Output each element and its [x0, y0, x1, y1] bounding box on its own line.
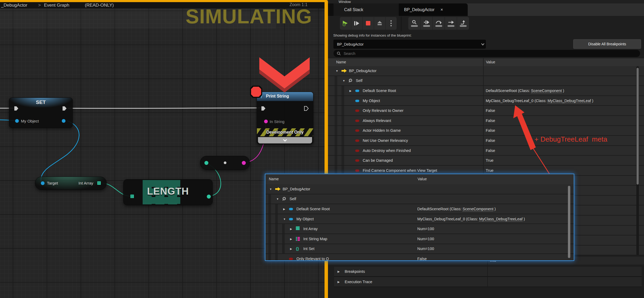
expander-icon[interactable]: ▶	[338, 280, 340, 284]
value-column-header[interactable]: Value	[486, 60, 495, 64]
indent-guide	[335, 106, 337, 115]
step-forward-button[interactable]	[351, 17, 362, 30]
tree-row[interactable]: My ObjectMyClass_DebugTreeLeaf_0 (Class:…	[328, 96, 644, 106]
tree-row[interactable]: Actor Hidden In GameFalse	[328, 126, 644, 136]
expander-icon[interactable]: ▶	[290, 237, 292, 240]
tree-row[interactable]: ▼Self	[328, 76, 644, 86]
class-link[interactable]: SceneComponent	[531, 89, 562, 93]
reroute-out-pin[interactable]	[242, 161, 246, 165]
step-up-button[interactable]	[457, 17, 469, 30]
property-name: Always Relevant	[363, 119, 391, 123]
property-value: Num=100	[417, 237, 434, 241]
scrollbar-track[interactable]	[636, 66, 639, 255]
indent-guide	[275, 204, 278, 214]
indent-guide	[268, 234, 271, 244]
my-object-out-pin[interactable]	[62, 119, 65, 123]
name-column-header[interactable]: Name	[336, 60, 346, 64]
expander-icon[interactable]: ▶	[290, 247, 292, 250]
tab-call-stack[interactable]: Call Stack	[334, 3, 408, 16]
more-options-button[interactable]	[385, 17, 397, 30]
expander-icon[interactable]: ▼	[336, 69, 338, 72]
tree-row[interactable]: Auto Destroy when FinishedFalse	[328, 146, 644, 156]
menu-item-window[interactable]: Window	[339, 0, 351, 3]
property-name: Actor Hidden In Game	[363, 128, 401, 133]
exec-in-pin[interactable]	[261, 106, 266, 111]
target-pin-label: Target	[47, 181, 58, 185]
scrollbar-thumb[interactable]	[637, 68, 639, 185]
print-string-node[interactable]: ƒ Print String In String Development Onl…	[257, 92, 313, 144]
expander-icon[interactable]: ▶	[290, 227, 292, 230]
length-in-pin[interactable]	[130, 195, 134, 198]
tree-row[interactable]: Always RelevantFalse	[328, 116, 644, 126]
tree-row[interactable]: ▼BP_DebugActor	[265, 184, 574, 194]
tree-row[interactable]: ▶Int ArrayNum=100	[265, 224, 574, 234]
in-string-pin-label: In String	[270, 119, 284, 124]
property-value: False	[417, 257, 427, 261]
expander-icon[interactable]: ▼	[276, 198, 279, 200]
expander-icon[interactable]: ▼	[343, 79, 345, 82]
in-string-pin[interactable]	[264, 120, 268, 123]
property-name: My Object	[296, 217, 314, 221]
tree-row[interactable]: ▼My ObjectMyClass_DebugTreeLeaf_0 (Class…	[265, 214, 574, 224]
tree-row[interactable]: ▼Self	[265, 194, 574, 204]
step-out-button[interactable]	[445, 17, 457, 30]
tree-row[interactable]: Can be DamagedTrue	[328, 156, 644, 166]
my-object-in-pin[interactable]	[15, 119, 19, 123]
simulating-border-top	[0, 0, 326, 2]
expand-advanced-button[interactable]	[258, 137, 312, 143]
name-column-header[interactable]: Name	[269, 177, 279, 181]
reroute-node[interactable]	[200, 156, 250, 170]
stop-button[interactable]	[362, 17, 374, 30]
tree-row[interactable]: Only Relevant to OFalse	[265, 254, 574, 261]
expander-icon[interactable]: ▶	[283, 207, 285, 210]
execution-trace-row[interactable]: ▶ Execution Trace	[334, 277, 642, 287]
play-debug-button[interactable]	[340, 17, 351, 30]
expander-icon[interactable]: ▼	[269, 187, 272, 190]
blueprint-instance-dropdown[interactable]: BP_DebugActor	[334, 40, 486, 49]
toolbar-divider	[401, 16, 401, 31]
int-array-getter-node[interactable]: Target Int Array	[35, 177, 107, 190]
tree-row[interactable]: ▶Int String MapNum=100	[265, 234, 574, 244]
target-pin[interactable]	[41, 181, 45, 185]
tree-row[interactable]: ▶Default Scene RootDefaultSceneRoot (Cla…	[265, 204, 574, 214]
step-over-button[interactable]	[432, 17, 445, 30]
expander-icon[interactable]: ▼	[283, 217, 286, 220]
find-button[interactable]	[408, 17, 420, 30]
indent-guide	[275, 224, 278, 234]
step-into-button[interactable]	[420, 17, 432, 30]
search-field[interactable]	[334, 50, 640, 57]
value-column-header[interactable]: Value	[418, 177, 427, 181]
tree-row[interactable]: ▶Default Scene RootDefaultSceneRoot (Cla…	[328, 86, 644, 96]
tree-row[interactable]: ▶{}Int SetNum=100	[265, 244, 574, 254]
eject-button[interactable]	[374, 17, 385, 30]
showing-debug-info-label: Showing debug info for instances of the …	[333, 33, 412, 37]
set-node[interactable]: SET My Object	[9, 98, 73, 128]
self-icon	[348, 78, 353, 83]
tree-row[interactable]: Only Relevant to OwnerFalse	[328, 106, 644, 116]
popup-scrollbar-thumb[interactable]	[568, 186, 570, 258]
search-input[interactable]	[343, 51, 620, 56]
annotation-text: + DebugTreeLeaf meta	[535, 135, 607, 143]
class-link[interactable]: SceneComponent	[463, 207, 493, 211]
menu-bar: Window	[328, 0, 644, 3]
expander-icon[interactable]: ▶	[349, 89, 352, 92]
button-label: Disable All Breakpoints	[588, 42, 626, 46]
tree-row[interactable]: ▼BP_DebugActor	[328, 66, 644, 76]
tab-bp-debugactor[interactable]: BP_DebugActor ✕	[399, 3, 468, 16]
length-out-pin[interactable]	[207, 195, 211, 199]
int-array-out-pin[interactable]	[97, 181, 101, 185]
exec-in-pin[interactable]	[14, 106, 19, 111]
exec-out-pin[interactable]	[62, 106, 67, 111]
property-name: Default Scene Root	[296, 207, 330, 211]
array-length-node[interactable]: LENGTH	[123, 179, 213, 205]
disable-all-breakpoints-button[interactable]: Disable All Breakpoints	[573, 39, 641, 49]
reroute-in-pin[interactable]	[204, 161, 208, 165]
close-icon[interactable]: ✕	[440, 8, 443, 12]
expander-icon[interactable]: ▶	[338, 270, 340, 273]
breadcrumb-blueprint[interactable]: _DebugActor	[1, 3, 27, 8]
class-link[interactable]: MyClass_DebugTreeLeaf	[479, 217, 523, 221]
breadcrumb-graph[interactable]: Event Graph	[44, 3, 69, 8]
class-link[interactable]: MyClass_DebugTreeLeaf	[547, 99, 591, 103]
breakpoints-row[interactable]: ▶ Breakpoints	[334, 267, 642, 277]
exec-out-pin[interactable]	[304, 106, 309, 111]
